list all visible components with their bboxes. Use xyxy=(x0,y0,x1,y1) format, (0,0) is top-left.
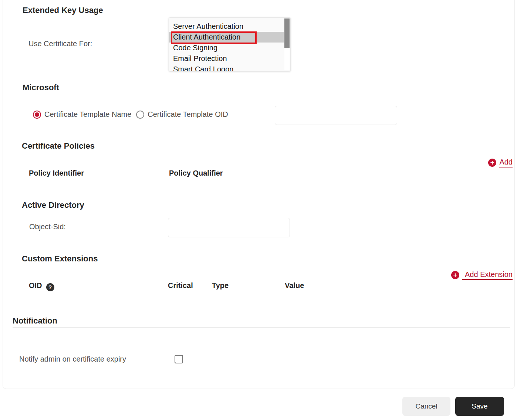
add-policy-link-label: Add xyxy=(499,158,513,167)
value-column-header: Value xyxy=(285,281,304,290)
notification-divider xyxy=(13,327,510,328)
certificate-policies-title: Certificate Policies xyxy=(22,141,95,151)
active-directory-title: Active Directory xyxy=(22,200,84,210)
template-oid-radio-label: Certificate Template OID xyxy=(148,110,228,119)
object-sid-label: Object-Sid: xyxy=(29,223,66,231)
oid-column-header: OID? xyxy=(29,281,54,291)
use-certificate-for-listbox[interactable]: Server Authentication Client Authenticat… xyxy=(169,17,291,71)
list-option-selected[interactable]: Client Authentication xyxy=(169,32,284,43)
certificate-profile-panel: Extended Key Usage Use Certificate For: … xyxy=(3,0,515,389)
list-option[interactable]: Email Protection xyxy=(169,53,284,64)
certificate-template-input[interactable] xyxy=(275,106,397,125)
notification-title: Notification xyxy=(13,316,57,326)
list-option[interactable]: Server Authentication xyxy=(169,21,284,32)
plus-icon: + xyxy=(451,271,459,279)
add-policy-link[interactable]: + Add xyxy=(488,158,513,167)
template-name-radio[interactable] xyxy=(33,111,41,119)
plus-icon: + xyxy=(488,159,496,167)
listbox-scrollbar[interactable] xyxy=(284,18,290,70)
critical-column-header: Critical xyxy=(168,281,193,290)
extended-key-usage-title: Extended Key Usage xyxy=(23,6,103,15)
cancel-button[interactable]: Cancel xyxy=(402,397,450,416)
add-extension-link[interactable]: + Add Extension xyxy=(451,270,513,280)
certificate-template-radio-group: Certificate Template Name Certificate Te… xyxy=(33,110,228,119)
save-button[interactable]: Save xyxy=(455,397,504,416)
use-certificate-for-label: Use Certificate For: xyxy=(28,40,92,48)
template-name-radio-label: Certificate Template Name xyxy=(44,110,131,119)
help-icon[interactable]: ? xyxy=(46,283,54,291)
add-extension-link-label: Add Extension xyxy=(462,270,513,280)
listbox-scrollbar-thumb[interactable] xyxy=(284,18,290,48)
policy-identifier-column-header: Policy Identifier xyxy=(29,169,84,177)
radio-dot-icon xyxy=(35,112,39,117)
template-oid-radio[interactable] xyxy=(136,111,144,119)
list-option[interactable]: Smart Card Logon xyxy=(169,64,284,71)
microsoft-title: Microsoft xyxy=(23,83,59,92)
policy-qualifier-column-header: Policy Qualifier xyxy=(169,169,223,177)
custom-extensions-title: Custom Extensions xyxy=(22,254,98,264)
notify-admin-checkbox[interactable] xyxy=(175,355,183,363)
list-option[interactable]: Code Signing xyxy=(169,43,284,53)
notify-admin-label: Notify admin on certificate expiry xyxy=(19,355,126,363)
type-column-header: Type xyxy=(212,281,229,290)
object-sid-input[interactable] xyxy=(168,218,290,237)
